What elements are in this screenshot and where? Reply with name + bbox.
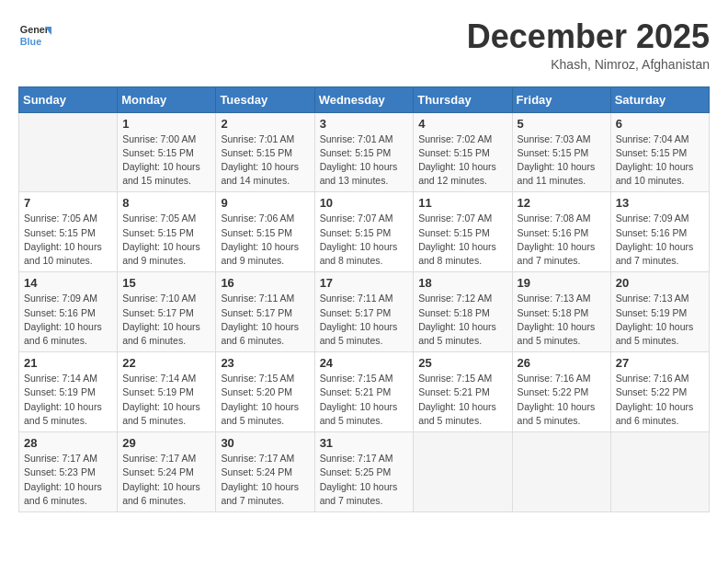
day-number: 2 bbox=[221, 117, 309, 131]
day-info: Sunrise: 7:10 AM Sunset: 5:17 PM Dayligh… bbox=[122, 292, 210, 348]
day-info: Sunrise: 7:04 AM Sunset: 5:15 PM Dayligh… bbox=[616, 132, 704, 189]
day-number: 28 bbox=[24, 436, 112, 450]
calendar-week-row: 14Sunrise: 7:09 AM Sunset: 5:16 PM Dayli… bbox=[19, 272, 710, 352]
calendar-cell bbox=[610, 432, 709, 512]
day-number: 10 bbox=[320, 196, 409, 210]
calendar-cell: 1Sunrise: 7:00 AM Sunset: 5:15 PM Daylig… bbox=[118, 112, 216, 192]
calendar-cell: 9Sunrise: 7:06 AM Sunset: 5:15 PM Daylig… bbox=[216, 192, 314, 272]
calendar-cell: 6Sunrise: 7:04 AM Sunset: 5:15 PM Daylig… bbox=[610, 112, 709, 192]
day-info: Sunrise: 7:05 AM Sunset: 5:15 PM Dayligh… bbox=[24, 212, 112, 268]
calendar-cell: 11Sunrise: 7:07 AM Sunset: 5:15 PM Dayli… bbox=[414, 192, 512, 272]
day-info: Sunrise: 7:13 AM Sunset: 5:19 PM Dayligh… bbox=[616, 292, 704, 348]
day-info: Sunrise: 7:12 AM Sunset: 5:18 PM Dayligh… bbox=[418, 292, 506, 348]
day-info: Sunrise: 7:17 AM Sunset: 5:24 PM Dayligh… bbox=[221, 452, 309, 508]
day-number: 21 bbox=[24, 356, 112, 370]
day-number: 12 bbox=[518, 196, 606, 210]
calendar-cell: 17Sunrise: 7:11 AM Sunset: 5:17 PM Dayli… bbox=[314, 272, 414, 352]
day-number: 31 bbox=[320, 436, 409, 450]
day-info: Sunrise: 7:17 AM Sunset: 5:24 PM Dayligh… bbox=[122, 452, 210, 508]
day-number: 1 bbox=[122, 117, 210, 131]
day-info: Sunrise: 7:15 AM Sunset: 5:21 PM Dayligh… bbox=[320, 372, 409, 428]
calendar-cell: 18Sunrise: 7:12 AM Sunset: 5:18 PM Dayli… bbox=[414, 272, 512, 352]
day-info: Sunrise: 7:09 AM Sunset: 5:16 PM Dayligh… bbox=[616, 212, 704, 268]
day-number: 8 bbox=[122, 196, 210, 210]
calendar-cell: 28Sunrise: 7:17 AM Sunset: 5:23 PM Dayli… bbox=[19, 432, 118, 512]
day-number: 4 bbox=[418, 117, 506, 131]
day-info: Sunrise: 7:00 AM Sunset: 5:15 PM Dayligh… bbox=[122, 132, 210, 189]
day-info: Sunrise: 7:03 AM Sunset: 5:15 PM Dayligh… bbox=[518, 132, 606, 189]
svg-text:Blue: Blue bbox=[20, 36, 41, 47]
title-area: December 2025 Khash, Nimroz, Afghanistan bbox=[467, 18, 710, 72]
col-friday: Friday bbox=[512, 86, 610, 112]
calendar-cell: 16Sunrise: 7:11 AM Sunset: 5:17 PM Dayli… bbox=[216, 272, 314, 352]
calendar-cell bbox=[414, 432, 512, 512]
calendar-cell: 14Sunrise: 7:09 AM Sunset: 5:16 PM Dayli… bbox=[19, 272, 118, 352]
calendar-cell: 7Sunrise: 7:05 AM Sunset: 5:15 PM Daylig… bbox=[19, 192, 118, 272]
day-number: 13 bbox=[616, 196, 704, 210]
col-wednesday: Wednesday bbox=[314, 86, 414, 112]
calendar-cell: 30Sunrise: 7:17 AM Sunset: 5:24 PM Dayli… bbox=[216, 432, 314, 512]
calendar-header-row: Sunday Monday Tuesday Wednesday Thursday… bbox=[19, 86, 710, 112]
col-monday: Monday bbox=[118, 86, 216, 112]
calendar-week-row: 7Sunrise: 7:05 AM Sunset: 5:15 PM Daylig… bbox=[19, 192, 710, 272]
day-info: Sunrise: 7:06 AM Sunset: 5:15 PM Dayligh… bbox=[221, 212, 309, 268]
calendar-cell: 10Sunrise: 7:07 AM Sunset: 5:15 PM Dayli… bbox=[314, 192, 414, 272]
calendar-cell: 19Sunrise: 7:13 AM Sunset: 5:18 PM Dayli… bbox=[512, 272, 610, 352]
day-number: 29 bbox=[122, 436, 210, 450]
day-number: 7 bbox=[24, 196, 112, 210]
day-number: 22 bbox=[122, 356, 210, 370]
day-number: 11 bbox=[418, 196, 506, 210]
day-number: 27 bbox=[616, 356, 704, 370]
calendar-cell: 25Sunrise: 7:15 AM Sunset: 5:21 PM Dayli… bbox=[414, 352, 512, 432]
calendar-cell: 2Sunrise: 7:01 AM Sunset: 5:15 PM Daylig… bbox=[216, 112, 314, 192]
day-number: 19 bbox=[518, 276, 606, 290]
page-header: General Blue December 2025 Khash, Nimroz… bbox=[18, 18, 710, 72]
day-info: Sunrise: 7:15 AM Sunset: 5:21 PM Dayligh… bbox=[418, 372, 506, 428]
calendar-week-row: 1Sunrise: 7:00 AM Sunset: 5:15 PM Daylig… bbox=[19, 112, 710, 192]
calendar-cell: 20Sunrise: 7:13 AM Sunset: 5:19 PM Dayli… bbox=[610, 272, 709, 352]
calendar-cell: 23Sunrise: 7:15 AM Sunset: 5:20 PM Dayli… bbox=[216, 352, 314, 432]
calendar-cell bbox=[19, 112, 118, 192]
logo-icon: General Blue bbox=[18, 18, 51, 52]
col-thursday: Thursday bbox=[414, 86, 512, 112]
logo: General Blue bbox=[18, 18, 51, 52]
day-number: 3 bbox=[320, 117, 409, 131]
location-subtitle: Khash, Nimroz, Afghanistan bbox=[467, 57, 710, 72]
day-info: Sunrise: 7:14 AM Sunset: 5:19 PM Dayligh… bbox=[122, 372, 210, 428]
day-info: Sunrise: 7:07 AM Sunset: 5:15 PM Dayligh… bbox=[320, 212, 409, 268]
day-info: Sunrise: 7:17 AM Sunset: 5:25 PM Dayligh… bbox=[320, 452, 409, 508]
day-info: Sunrise: 7:15 AM Sunset: 5:20 PM Dayligh… bbox=[221, 372, 309, 428]
day-info: Sunrise: 7:08 AM Sunset: 5:16 PM Dayligh… bbox=[518, 212, 606, 268]
day-number: 5 bbox=[518, 117, 606, 131]
day-number: 16 bbox=[221, 276, 309, 290]
day-number: 24 bbox=[320, 356, 409, 370]
day-number: 6 bbox=[616, 117, 704, 131]
day-info: Sunrise: 7:07 AM Sunset: 5:15 PM Dayligh… bbox=[418, 212, 506, 268]
calendar-cell: 27Sunrise: 7:16 AM Sunset: 5:22 PM Dayli… bbox=[610, 352, 709, 432]
day-number: 26 bbox=[518, 356, 606, 370]
day-info: Sunrise: 7:09 AM Sunset: 5:16 PM Dayligh… bbox=[24, 292, 112, 348]
day-number: 20 bbox=[616, 276, 704, 290]
day-number: 30 bbox=[221, 436, 309, 450]
calendar-cell: 12Sunrise: 7:08 AM Sunset: 5:16 PM Dayli… bbox=[512, 192, 610, 272]
day-number: 25 bbox=[418, 356, 506, 370]
col-saturday: Saturday bbox=[610, 86, 709, 112]
day-number: 15 bbox=[122, 276, 210, 290]
calendar-cell: 24Sunrise: 7:15 AM Sunset: 5:21 PM Dayli… bbox=[314, 352, 414, 432]
col-tuesday: Tuesday bbox=[216, 86, 314, 112]
calendar-cell: 26Sunrise: 7:16 AM Sunset: 5:22 PM Dayli… bbox=[512, 352, 610, 432]
svg-text:General: General bbox=[20, 24, 51, 35]
calendar-week-row: 21Sunrise: 7:14 AM Sunset: 5:19 PM Dayli… bbox=[19, 352, 710, 432]
calendar-cell: 3Sunrise: 7:01 AM Sunset: 5:15 PM Daylig… bbox=[314, 112, 414, 192]
day-number: 14 bbox=[24, 276, 112, 290]
day-info: Sunrise: 7:01 AM Sunset: 5:15 PM Dayligh… bbox=[221, 132, 309, 189]
day-number: 18 bbox=[418, 276, 506, 290]
day-info: Sunrise: 7:16 AM Sunset: 5:22 PM Dayligh… bbox=[518, 372, 606, 428]
calendar-cell bbox=[512, 432, 610, 512]
day-info: Sunrise: 7:02 AM Sunset: 5:15 PM Dayligh… bbox=[418, 132, 506, 189]
calendar-cell: 8Sunrise: 7:05 AM Sunset: 5:15 PM Daylig… bbox=[118, 192, 216, 272]
day-info: Sunrise: 7:14 AM Sunset: 5:19 PM Dayligh… bbox=[24, 372, 112, 428]
month-year-title: December 2025 bbox=[467, 18, 710, 55]
day-info: Sunrise: 7:11 AM Sunset: 5:17 PM Dayligh… bbox=[320, 292, 409, 348]
day-number: 9 bbox=[221, 196, 309, 210]
